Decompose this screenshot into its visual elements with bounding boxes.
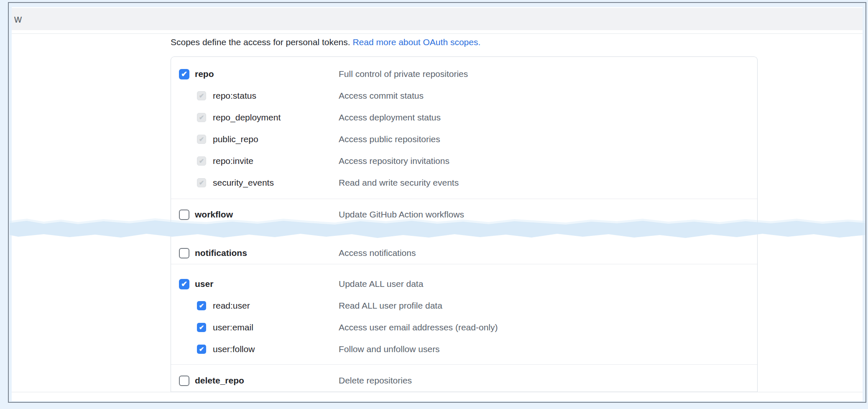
subscope-checkbox-security_events: ✔ (197, 178, 206, 187)
scope-description: Read ALL user profile data (339, 301, 442, 311)
header-label: w (12, 13, 22, 25)
scope-group-delete_repo: delete_repoDelete repositories (171, 365, 757, 392)
scope-description: Access user email addresses (read-only) (339, 322, 498, 332)
scope-description: Update ALL user data (339, 279, 423, 289)
subscope-checkbox-user:follow[interactable]: ✔ (197, 345, 206, 354)
scope-description: Read and write security events (339, 178, 459, 188)
scope-name[interactable]: workflow (195, 210, 233, 220)
scope-group-notifications: notificationsAccess notifications (171, 242, 757, 264)
subscope-checkbox-public_repo: ✔ (197, 135, 206, 144)
scopes-intro: Scopes define the access for personal to… (171, 37, 758, 48)
scope-name[interactable]: notifications (195, 248, 247, 258)
scope-row-repo: ✔repoFull control of private repositorie… (171, 63, 757, 85)
scope-checkbox-repo[interactable]: ✔ (179, 69, 189, 79)
subscope-name[interactable]: repo:status (213, 91, 256, 101)
scope-name[interactable]: repo (195, 69, 214, 79)
scope-row-notifications: notificationsAccess notifications (171, 242, 757, 264)
scope-group-repo: ✔repoFull control of private repositorie… (171, 57, 757, 199)
scope-checkbox-user[interactable]: ✔ (179, 279, 189, 289)
scope-description: Delete repositories (339, 376, 412, 386)
subscope-row-repo:status: ✔repo:statusAccess commit status (171, 85, 757, 107)
scope-description: Update GitHub Action workflows (339, 210, 464, 220)
subscope-name[interactable]: public_repo (213, 134, 258, 144)
scopes-intro-text: Scopes define the access for personal to… (171, 37, 352, 47)
header-bar: w (12, 8, 863, 30)
subscope-row-read:user: ✔read:userRead ALL user profile data (171, 295, 757, 317)
subscope-checkbox-repo_deployment: ✔ (197, 113, 206, 122)
subscope-checkbox-read:user[interactable]: ✔ (197, 301, 206, 310)
subscope-row-repo_deployment: ✔repo_deploymentAccess deployment status (171, 107, 757, 128)
subscope-row-user:email: ✔user:emailAccess user email addresses (… (171, 317, 757, 338)
window-frame: w Scopes define the access for personal … (8, 2, 866, 403)
scope-checkbox-notifications[interactable] (179, 248, 189, 258)
scope-description: Access notifications (339, 248, 416, 258)
subscope-name[interactable]: repo:invite (213, 156, 253, 166)
scope-checkbox-delete_repo[interactable] (179, 376, 189, 386)
scope-description: Access repository invitations (339, 156, 449, 166)
scope-description: Access commit status (339, 91, 424, 101)
page: w Scopes define the access for personal … (0, 0, 868, 409)
subscope-row-repo:invite: ✔repo:inviteAccess repository invitation… (171, 150, 757, 172)
oauth-scopes-link[interactable]: Read more about OAuth scopes. (352, 37, 480, 47)
scope-checkbox-workflow[interactable] (179, 210, 189, 220)
scope-description: Full control of private repositories (339, 69, 468, 79)
scope-row-delete_repo: delete_repoDelete repositories (171, 370, 757, 391)
subscope-name[interactable]: read:user (213, 301, 250, 311)
subscope-row-security_events: ✔security_eventsRead and write security … (171, 172, 757, 194)
scope-description: Follow and unfollow users (339, 344, 440, 354)
subscope-checkbox-user:email[interactable]: ✔ (197, 323, 206, 332)
content-cutoff-line (12, 392, 863, 392)
scope-description: Access public repositories (339, 134, 440, 144)
subscope-name[interactable]: security_events (213, 178, 274, 188)
scope-name[interactable]: delete_repo (195, 376, 244, 386)
subscope-name[interactable]: repo_deployment (213, 112, 281, 123)
subscope-row-public_repo: ✔public_repoAccess public repositories (171, 128, 757, 150)
content-panel: w Scopes define the access for personal … (12, 7, 863, 401)
scope-row-user: ✔userUpdate ALL user data (171, 273, 757, 295)
subscope-checkbox-repo:invite: ✔ (197, 156, 206, 166)
subscope-checkbox-repo:status: ✔ (197, 91, 206, 100)
subscope-row-user:follow: ✔user:followFollow and unfollow users (171, 338, 757, 360)
scope-description: Access deployment status (339, 112, 441, 123)
scope-group-user: ✔userUpdate ALL user data✔read:userRead … (171, 264, 757, 365)
scope-name[interactable]: user (195, 279, 213, 289)
subscope-name[interactable]: user:email (213, 322, 253, 332)
header-divider (12, 33, 863, 34)
subscope-name[interactable]: user:follow (213, 344, 255, 354)
scopes-section: Scopes define the access for personal to… (171, 37, 758, 392)
